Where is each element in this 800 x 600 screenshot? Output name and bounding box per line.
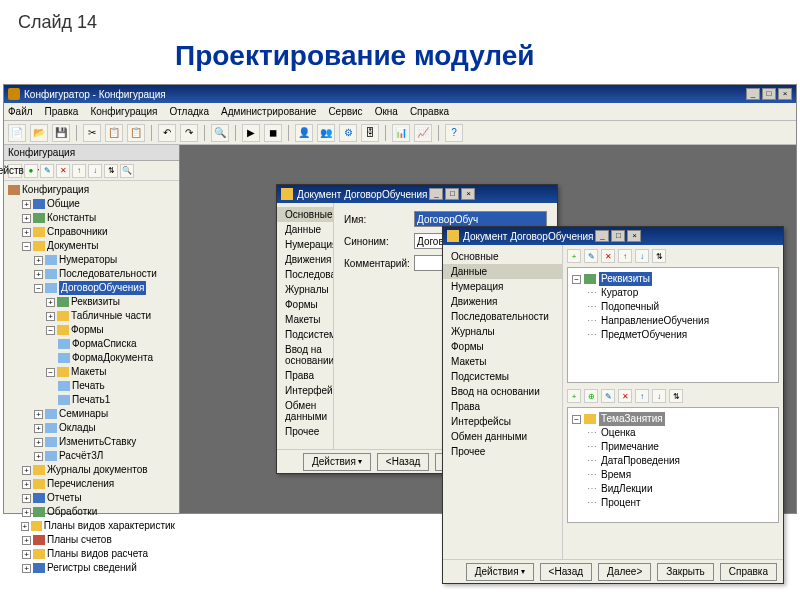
nav-interfeysy[interactable]: Интерфейсы: [443, 414, 562, 429]
toolbar-save-icon[interactable]: 💾: [52, 124, 70, 142]
nav-posled[interactable]: Последовательности: [443, 309, 562, 324]
back-button[interactable]: <Назад: [540, 563, 593, 581]
down-icon[interactable]: ↓: [635, 249, 649, 263]
add2-icon[interactable]: ⊕: [584, 389, 598, 403]
maximize-button[interactable]: □: [762, 88, 776, 100]
add-icon[interactable]: +: [567, 249, 581, 263]
toolbar-misc1-icon[interactable]: 📊: [392, 124, 410, 142]
dialog2-min-button[interactable]: _: [595, 230, 609, 242]
toolbar-new-icon[interactable]: 📄: [8, 124, 26, 142]
toolbar-config-icon[interactable]: ⚙: [339, 124, 357, 142]
delete-icon[interactable]: ✕: [601, 249, 615, 263]
down-icon[interactable]: ↓: [652, 389, 666, 403]
menu-service[interactable]: Сервис: [328, 106, 362, 117]
menu-windows[interactable]: Окна: [375, 106, 398, 117]
tree-find-icon[interactable]: 🔍: [120, 164, 134, 178]
nav-podsistemy[interactable]: Подсистемы: [277, 327, 333, 342]
nav-prochee[interactable]: Прочее: [443, 444, 562, 459]
toolbar-copy-icon[interactable]: 📋: [105, 124, 123, 142]
toolbar-paste-icon[interactable]: 📋: [127, 124, 145, 142]
tree-del-icon[interactable]: ✕: [56, 164, 70, 178]
tree-add-icon[interactable]: ●: [24, 164, 38, 178]
nav-formy[interactable]: Формы: [277, 297, 333, 312]
dialog2-max-button[interactable]: □: [611, 230, 625, 242]
menu-configuration[interactable]: Конфигурация: [90, 106, 157, 117]
config-tree[interactable]: Конфигурация +Общие +Константы +Справочн…: [4, 181, 179, 577]
actions-dropdown[interactable]: Действия▾: [8, 164, 22, 178]
nav-zhurnaly[interactable]: Журналы: [277, 282, 333, 297]
edit-icon[interactable]: ✎: [584, 249, 598, 263]
nav-osnovnye[interactable]: Основные: [443, 249, 562, 264]
close-button[interactable]: Закрыть: [657, 563, 714, 581]
actions-button[interactable]: Действия: [466, 563, 534, 581]
menu-debug[interactable]: Отладка: [169, 106, 209, 117]
nav-prochee[interactable]: Прочее: [277, 424, 333, 439]
folder-icon: [33, 493, 45, 503]
next-button[interactable]: Далее>: [598, 563, 651, 581]
nav-dvizheniya[interactable]: Движения: [443, 294, 562, 309]
rekvizity-box[interactable]: −Реквизиты ⋯Куратор ⋯Подопечный ⋯Направл…: [567, 267, 779, 383]
nav-prava[interactable]: Права: [443, 399, 562, 414]
toolbar-find-icon[interactable]: 🔍: [211, 124, 229, 142]
up-icon[interactable]: ↑: [635, 389, 649, 403]
name-input[interactable]: [414, 211, 547, 227]
toolbar-misc2-icon[interactable]: 📈: [414, 124, 432, 142]
nav-vvod[interactable]: Ввод на основании: [443, 384, 562, 399]
sort-icon[interactable]: ⇅: [652, 249, 666, 263]
nav-numeraciya[interactable]: Нумерация: [443, 279, 562, 294]
nav-dvizheniya[interactable]: Движения: [277, 252, 333, 267]
menu-file[interactable]: Файл: [8, 106, 33, 117]
nav-makety[interactable]: Макеты: [443, 354, 562, 369]
toolbar-users-icon[interactable]: 👥: [317, 124, 335, 142]
delete-icon[interactable]: ✕: [618, 389, 632, 403]
minimize-button[interactable]: _: [746, 88, 760, 100]
dialog2-titlebar[interactable]: Документ ДоговорОбучения _ □ ×: [443, 227, 783, 245]
nav-makety[interactable]: Макеты: [277, 312, 333, 327]
nav-dannye[interactable]: Данные: [443, 264, 562, 279]
dialog1-max-button[interactable]: □: [445, 188, 459, 200]
back-button[interactable]: <Назад: [377, 453, 430, 471]
dialog2-close-button[interactable]: ×: [627, 230, 641, 242]
nav-posled[interactable]: Последовательности: [277, 267, 333, 282]
slide-number: Слайд 14: [18, 12, 97, 33]
toolbar-redo-icon[interactable]: ↷: [180, 124, 198, 142]
tree-down-icon[interactable]: ↓: [88, 164, 102, 178]
toolbar-help-icon[interactable]: ?: [445, 124, 463, 142]
tree-edit-icon[interactable]: ✎: [40, 164, 54, 178]
nav-prava[interactable]: Права: [277, 368, 333, 383]
toolbar-db-icon[interactable]: 🗄: [361, 124, 379, 142]
tabchasti-box[interactable]: −ТемаЗанятия ⋯Оценка ⋯Примечание ⋯ДатаПр…: [567, 407, 779, 523]
sort-icon[interactable]: ⇅: [669, 389, 683, 403]
nav-podsistemy[interactable]: Подсистемы: [443, 369, 562, 384]
dialog1-titlebar[interactable]: Документ ДоговорОбучения _ □ ×: [277, 185, 557, 203]
toolbar-stop-icon[interactable]: ◼: [264, 124, 282, 142]
edit-icon[interactable]: ✎: [601, 389, 615, 403]
nav-interfeysy[interactable]: Интерфейсы: [277, 383, 333, 398]
nav-dannye[interactable]: Данные: [277, 222, 333, 237]
folder-icon: [57, 297, 69, 307]
close-button[interactable]: ×: [778, 88, 792, 100]
dialog1-min-button[interactable]: _: [429, 188, 443, 200]
nav-obmen[interactable]: Обмен данными: [277, 398, 333, 424]
tree-sort-icon[interactable]: ⇅: [104, 164, 118, 178]
nav-osnovnye[interactable]: Основные: [277, 207, 333, 222]
help-button[interactable]: Справка: [720, 563, 777, 581]
actions-button[interactable]: Действия: [303, 453, 371, 471]
nav-vvod[interactable]: Ввод на основании: [277, 342, 333, 368]
toolbar-cut-icon[interactable]: ✂: [83, 124, 101, 142]
dialog1-close-button[interactable]: ×: [461, 188, 475, 200]
toolbar-undo-icon[interactable]: ↶: [158, 124, 176, 142]
menu-help[interactable]: Справка: [410, 106, 449, 117]
nav-numeraciya[interactable]: Нумерация: [277, 237, 333, 252]
tree-up-icon[interactable]: ↑: [72, 164, 86, 178]
toolbar-open-icon[interactable]: 📂: [30, 124, 48, 142]
nav-zhurnaly[interactable]: Журналы: [443, 324, 562, 339]
menu-edit[interactable]: Правка: [45, 106, 79, 117]
menu-admin[interactable]: Администрирование: [221, 106, 316, 117]
up-icon[interactable]: ↑: [618, 249, 632, 263]
nav-obmen[interactable]: Обмен данными: [443, 429, 562, 444]
toolbar-user-icon[interactable]: 👤: [295, 124, 313, 142]
nav-formy[interactable]: Формы: [443, 339, 562, 354]
toolbar-run-icon[interactable]: ▶: [242, 124, 260, 142]
add-icon[interactable]: +: [567, 389, 581, 403]
